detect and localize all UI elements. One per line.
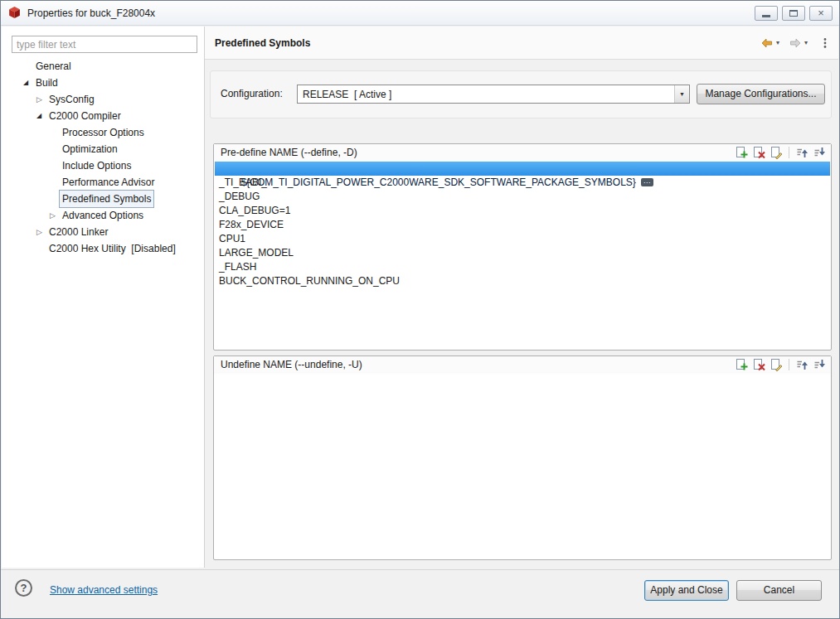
sidebar: General ◢ Build ▷ SysConfig ◢ C2000 Comp… — [2, 27, 204, 568]
predefine-symbol-row[interactable]: _FLASH — [215, 260, 830, 274]
add-symbol-icon[interactable] — [735, 146, 748, 159]
title-bar[interactable]: Properties for buck_F28004x × — [1, 1, 839, 26]
collapse-arrow-icon[interactable]: ▷ — [36, 91, 49, 108]
inline-edit-icon[interactable]: ··· — [641, 178, 653, 186]
page-title: Predefined Symbols — [215, 37, 310, 49]
tree-item-c2000-hex-utility[interactable]: C2000 Hex Utility [Disabled] — [2, 240, 204, 257]
forward-button[interactable] — [789, 36, 802, 50]
toolbar-separator — [789, 359, 789, 370]
help-icon[interactable]: ? — [15, 579, 32, 597]
configuration-label: Configuration: — [221, 88, 283, 99]
expand-arrow-icon[interactable]: ◢ — [23, 75, 36, 91]
configuration-panel: Configuration: RELEASE [ Active ] ▼ Mana… — [210, 70, 832, 118]
tree-item-c2000-linker[interactable]: ▷ C2000 Linker — [2, 224, 204, 240]
show-advanced-settings-link[interactable]: Show advanced settings — [50, 584, 158, 596]
predefine-symbol-row[interactable]: BUCK_CONTROL_RUNNING_ON_CPU — [215, 274, 830, 288]
collapse-arrow-icon[interactable]: ▷ — [36, 224, 49, 240]
predefine-symbol-row[interactable]: LARGE_MODEL — [215, 246, 830, 260]
forward-menu-caret-icon[interactable]: ▾ — [804, 39, 808, 46]
undefine-group: Undefine NAME (--undefine, -U) — [213, 355, 832, 560]
properties-tree: General ◢ Build ▷ SysConfig ◢ C2000 Comp… — [2, 58, 204, 257]
predefine-symbol-list: ${COM_TI_DIGITAL_POWER_C2000WARE_SDK_SOF… — [215, 162, 830, 349]
tree-item-advanced-options[interactable]: ▷ Advanced Options — [2, 207, 204, 224]
expand-arrow-icon[interactable]: ◢ — [36, 108, 49, 124]
back-menu-caret-icon[interactable]: ▾ — [776, 39, 779, 46]
apply-and-close-button[interactable]: Apply and Close — [644, 580, 729, 601]
edit-symbol-icon[interactable] — [770, 146, 783, 159]
tree-item-predefined-symbols[interactable]: Predefined Symbols — [2, 191, 204, 207]
predefine-group-title: Pre-define NAME (--define, -D) — [221, 147, 357, 158]
predefine-symbol-row[interactable]: F28x_DEVICE — [215, 218, 830, 232]
manage-configurations-button[interactable]: Manage Configurations... — [697, 84, 825, 104]
tree-item-c2000-compiler[interactable]: ◢ C2000 Compiler — [2, 108, 204, 124]
predefine-group-header: Pre-define NAME (--define, -D) — [214, 144, 831, 162]
tree-item-include-options[interactable]: Include Options — [2, 157, 204, 174]
tree-item-sysconfig[interactable]: ▷ SysConfig — [2, 91, 204, 108]
delete-symbol-icon[interactable] — [752, 358, 765, 371]
tree-item-general[interactable]: General — [2, 58, 204, 75]
predefine-group: Pre-define NAME (--define, -D) — [213, 143, 832, 351]
delete-symbol-icon[interactable] — [752, 146, 765, 159]
minimize-icon — [762, 15, 770, 17]
window-title: Properties for buck_F28004x — [27, 7, 155, 19]
undefine-group-title: Undefine NAME (--undefine, -U) — [221, 359, 362, 370]
move-down-icon[interactable] — [813, 358, 826, 371]
ccs-logo-icon — [7, 6, 22, 20]
predefine-symbol-row[interactable]: ${COM_TI_DIGITAL_POWER_C2000WARE_SDK_SOF… — [215, 162, 830, 176]
toolbar-separator — [789, 147, 789, 158]
view-menu-icon[interactable] — [822, 36, 828, 50]
edit-symbol-icon[interactable] — [770, 358, 783, 371]
maximize-icon — [789, 10, 798, 17]
undefine-symbol-list[interactable] — [215, 374, 830, 559]
tree-item-optimization[interactable]: Optimization — [2, 141, 204, 157]
properties-dialog: Properties for buck_F28004x × General ◢ … — [0, 0, 840, 619]
footer: ? Show advanced settings Apply and Close… — [2, 570, 838, 617]
sidebar-divider — [204, 27, 205, 568]
undefine-group-header: Undefine NAME (--undefine, -U) — [214, 356, 831, 374]
tree-item-processor-options[interactable]: Processor Options — [2, 124, 204, 141]
add-symbol-icon[interactable] — [735, 358, 748, 371]
chevron-down-icon[interactable]: ▼ — [674, 85, 689, 103]
predefine-symbol-row[interactable]: _DEBUG — [215, 190, 830, 204]
cancel-button[interactable]: Cancel — [736, 580, 822, 601]
page-header: Predefined Symbols ▾ ▾ — [205, 27, 838, 60]
predefine-symbol-row[interactable]: CPU1 — [215, 232, 830, 246]
maximize-button[interactable] — [782, 6, 805, 21]
configuration-value: RELEASE [ Active ] — [298, 89, 674, 100]
move-up-icon[interactable] — [795, 358, 808, 371]
move-up-icon[interactable] — [795, 146, 808, 159]
tree-item-build[interactable]: ◢ Build — [2, 75, 204, 91]
move-down-icon[interactable] — [813, 146, 826, 159]
minimize-button[interactable] — [755, 6, 778, 21]
close-icon: × — [818, 7, 824, 18]
tree-item-performance-advisor[interactable]: Performance Advisor — [2, 174, 204, 191]
back-button[interactable] — [760, 36, 774, 50]
filter-input[interactable] — [12, 36, 197, 53]
collapse-arrow-icon[interactable]: ▷ — [50, 207, 62, 224]
configuration-select[interactable]: RELEASE [ Active ] ▼ — [297, 85, 690, 104]
predefine-symbol-row[interactable]: CLA_DEBUG=1 — [215, 204, 830, 218]
close-button[interactable]: × — [809, 6, 833, 21]
